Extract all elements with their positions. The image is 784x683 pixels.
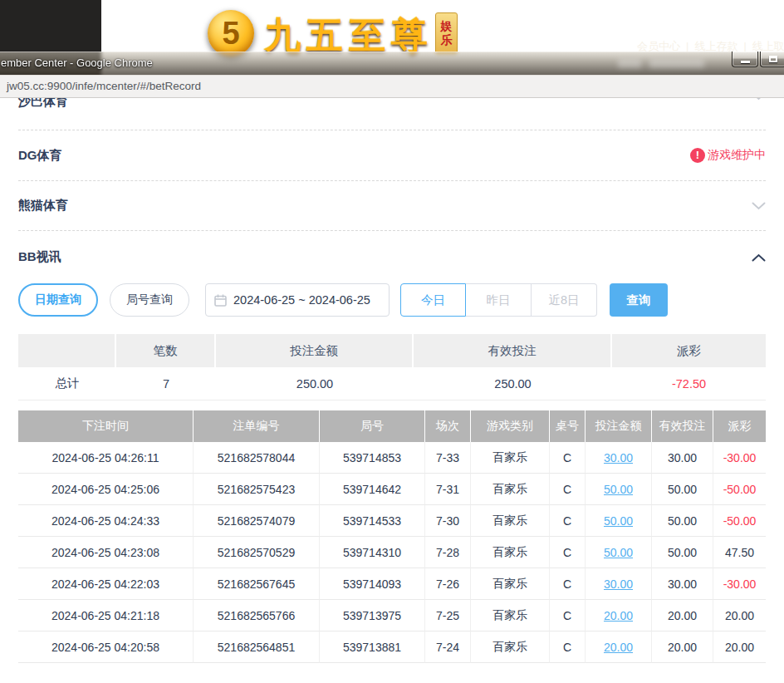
section-shaba-sports[interactable]: 沙巴体育	[18, 98, 766, 130]
cell-table-number: C	[550, 505, 586, 537]
cell-bet-time: 2024-06-25 04:26:11	[18, 442, 194, 474]
cell-payout: -30.00	[713, 442, 766, 474]
table-row: 2024-06-25 04:21:18 521682565766 5397139…	[18, 600, 766, 631]
section-panda-sports[interactable]: 熊猫体育	[18, 181, 766, 231]
maintenance-text: 游戏维护中	[708, 148, 766, 163]
filter-bar: 日期查询 局号查询 2024-06-25 ~ 2024-06-25 今日 昨日 …	[18, 283, 766, 317]
cell-valid-bet: 20.00	[652, 631, 713, 663]
cell-round-number: 539714533	[320, 505, 425, 537]
logo-badge: 娱乐	[435, 12, 458, 54]
cell-round-number: 539714642	[320, 474, 425, 505]
cell-round-number: 539713881	[320, 631, 425, 663]
screen: 5 九五至尊 娱乐 会员中心|线上存款|线上取款 ember Center - …	[0, 0, 784, 683]
window-controls	[730, 52, 784, 67]
cell-valid-bet: 30.00	[652, 442, 713, 474]
quick-range-today[interactable]: 今日	[400, 283, 466, 317]
calendar-icon	[214, 294, 227, 307]
cell-order-number: 521682574079	[194, 505, 320, 537]
cell-payout: -30.00	[713, 568, 766, 600]
summary-total-row: 总计 7 250.00 250.00 -72.50	[18, 367, 766, 400]
maximize-icon	[769, 56, 777, 62]
maximize-button[interactable]	[760, 52, 784, 67]
date-query-tab[interactable]: 日期查询	[18, 283, 98, 317]
header-round-number: 局号	[320, 410, 425, 442]
header-order-number: 注单编号	[194, 410, 320, 442]
cell-session: 7-33	[425, 442, 471, 474]
cell-order-number: 521682570529	[194, 537, 320, 568]
summary-header-row: 笔数 投注金额 有效投注 派彩	[18, 334, 766, 367]
bet-record-page: 沙巴体育 DG体育 ! 游戏维护中 熊猫体育 BB视讯	[0, 98, 784, 663]
cell-game-type: 百家乐	[471, 537, 550, 568]
address-bar[interactable]: jw05.cc:9900/infe/mcenter/#/betRecord	[0, 75, 784, 98]
nav-link-withdraw[interactable]: 线上取款	[752, 40, 784, 52]
summary-table: 笔数 投注金额 有效投注 派彩 总计 7 250.00 250.00 -72.5…	[18, 334, 766, 400]
cell-table-number: C	[550, 537, 586, 568]
cell-game-type: 百家乐	[471, 600, 550, 631]
quick-range-last8days[interactable]: 近8日	[532, 283, 597, 317]
cell-payout: 20.00	[713, 631, 766, 663]
cell-table-number: C	[550, 568, 586, 600]
bet-record-table: 下注时间 注单编号 局号 场次 游戏类别 桌号 投注金额 有效投注 派彩 202…	[18, 410, 766, 663]
cell-bet-amount-link[interactable]: 50.00	[586, 505, 652, 537]
date-range-value: 2024-06-25 ~ 2024-06-25	[233, 293, 370, 307]
cell-payout: 20.00	[713, 600, 766, 631]
cell-bet-time: 2024-06-25 04:24:33	[18, 505, 194, 537]
cell-table-number: C	[550, 600, 586, 631]
table-row: 2024-06-25 04:25:06 521682575423 5397146…	[18, 474, 766, 505]
cell-order-number: 521682567645	[194, 568, 320, 600]
search-button[interactable]: 查询	[610, 283, 668, 317]
url-text[interactable]: jw05.cc:9900/infe/mcenter/#/betRecord	[0, 75, 784, 97]
header-valid-bet: 有效投注	[652, 410, 713, 442]
table-row: 2024-06-25 04:23:08 521682570529 5397143…	[18, 537, 766, 568]
minimize-button[interactable]	[732, 52, 758, 67]
quick-range-yesterday[interactable]: 昨日	[466, 283, 532, 317]
bet-table-header-row: 下注时间 注单编号 局号 场次 游戏类别 桌号 投注金额 有效投注 派彩	[18, 410, 766, 442]
nav-link-member-center[interactable]: 会员中心	[637, 40, 680, 52]
quick-range-group: 今日 昨日 近8日	[400, 283, 597, 317]
table-row: 2024-06-25 04:20:58 521682564851 5397138…	[18, 631, 766, 663]
cell-payout: -50.00	[713, 505, 766, 537]
cell-table-number: C	[550, 474, 586, 505]
cell-bet-amount-link[interactable]: 50.00	[586, 537, 652, 568]
cell-bet-amount-link[interactable]: 20.00	[586, 631, 652, 663]
window-titlebar[interactable]: ember Center - Google Chrome	[0, 52, 784, 75]
cell-bet-amount-link[interactable]: 20.00	[586, 600, 652, 631]
cell-game-type: 百家乐	[471, 505, 550, 537]
cell-round-number: 539713975	[320, 600, 425, 631]
header-game-type: 游戏类别	[471, 410, 550, 442]
nav-link-deposit[interactable]: 线上存款	[694, 40, 737, 52]
header-session: 场次	[425, 410, 471, 442]
cell-table-number: C	[550, 442, 586, 474]
cell-bet-time: 2024-06-25 04:22:03	[18, 568, 194, 600]
cell-bet-amount-link[interactable]: 30.00	[586, 442, 652, 474]
logo-badge-text: 娱乐	[440, 19, 453, 47]
cell-game-type: 百家乐	[471, 474, 550, 505]
cell-order-number: 521682564851	[194, 631, 320, 663]
summary-valid-bet: 250.00	[414, 367, 612, 400]
cell-bet-time: 2024-06-25 04:21:18	[18, 600, 194, 631]
section-dg-sports[interactable]: DG体育 ! 游戏维护中	[18, 130, 766, 181]
cell-payout: -50.00	[713, 474, 766, 505]
summary-header-valid-bet: 有效投注	[414, 334, 612, 367]
cell-table-number: C	[550, 631, 586, 663]
cell-session: 7-25	[425, 600, 471, 631]
cell-bet-amount-link[interactable]: 30.00	[586, 568, 652, 600]
round-query-tab[interactable]: 局号查询	[110, 283, 189, 317]
cell-payout: 47.50	[713, 537, 766, 568]
cell-bet-time: 2024-06-25 04:20:58	[18, 631, 194, 663]
cell-order-number: 521682565766	[194, 600, 320, 631]
cell-session: 7-26	[425, 568, 471, 600]
nav-separator: |	[680, 40, 694, 52]
section-bb-video[interactable]: BB视讯	[18, 231, 766, 283]
exclamation-icon: !	[690, 148, 705, 163]
cell-bet-amount-link[interactable]: 50.00	[586, 474, 652, 505]
chevron-up-icon	[752, 253, 766, 262]
summary-payout: -72.50	[612, 367, 766, 400]
cell-valid-bet: 50.00	[652, 474, 713, 505]
cell-session: 7-31	[425, 474, 471, 505]
date-range-input[interactable]: 2024-06-25 ~ 2024-06-25	[205, 283, 390, 317]
cell-session: 7-30	[425, 505, 471, 537]
logo-symbol: 5	[222, 16, 239, 52]
cell-game-type: 百家乐	[471, 631, 550, 663]
chevron-down-icon	[752, 202, 766, 210]
